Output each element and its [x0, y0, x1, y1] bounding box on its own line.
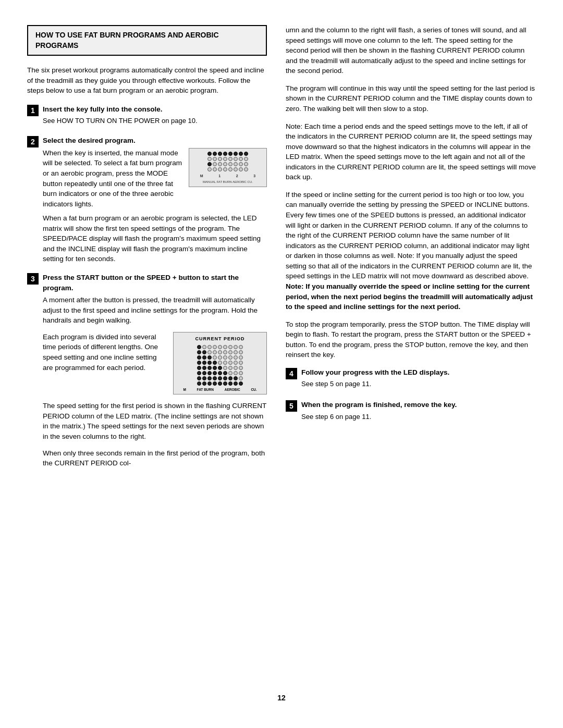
step-3-content: Press the START button or the SPEED + bu…: [43, 273, 267, 475]
step-3-text1: A moment after the button is pressed, th…: [43, 295, 267, 326]
step-4-number: 4: [286, 368, 297, 379]
step-5-content: When the program is finished, remove the…: [301, 400, 536, 426]
current-period-text: Each program is divided into several tim…: [43, 332, 166, 373]
two-column-layout: HOW TO USE FAT BURN PROGRAMS AND AEROBIC…: [27, 25, 536, 680]
step-2-inner: When the key is inserted, the manual mod…: [43, 148, 267, 209]
current-period-matrix: CURRENT PERIOD: [173, 332, 267, 394]
step-1-title: Insert the key fully into the console.: [43, 104, 267, 115]
step-2: 2 Select the desired program. When the k…: [27, 135, 267, 267]
step-3: 3 Press the START button or the SPEED + …: [27, 273, 267, 475]
cp-title: CURRENT PERIOD: [177, 336, 263, 342]
step-5: 5 When the program is finished, remove t…: [286, 400, 536, 426]
led-matrix-small: M123 MANUAL FAT BURN AEROBIC CU.: [189, 148, 267, 187]
step-2-number: 2: [27, 136, 39, 147]
step-4-title: Follow your progress with the LED displa…: [301, 367, 536, 378]
step-3-title: Press the START button or the SPEED + bu…: [43, 273, 267, 293]
header-box: HOW TO USE FAT BURN PROGRAMS AND AEROBIC…: [27, 25, 267, 56]
page-number: 12: [27, 693, 536, 703]
page: HOW TO USE FAT BURN PROGRAMS AND AEROBIC…: [0, 0, 563, 728]
intro-text: The six preset workout programs automati…: [27, 65, 267, 96]
led-matrix-labels: M123: [191, 174, 264, 179]
step-5-title: When the program is finished, remove the…: [301, 400, 536, 410]
right-para2: The program will continue in this way un…: [286, 83, 536, 114]
cp-matrix-labels: MFAT BURNAEROBICCU.: [177, 387, 263, 392]
step-2-text1: When the key is inserted, the manual mod…: [43, 148, 182, 209]
step-2-content: Select the desired program. When the key…: [43, 135, 267, 267]
step-5-sub: See step 6 on page 11.: [301, 412, 536, 422]
right-para4-bold: Note: If you manually override the speed…: [286, 282, 533, 311]
step-1-content: Insert the key fully into the console. S…: [43, 104, 267, 130]
step-4: 4 Follow your progress with the LED disp…: [286, 367, 536, 393]
current-period-container: Each program is divided into several tim…: [43, 332, 267, 394]
left-column: HOW TO USE FAT BURN PROGRAMS AND AEROBIC…: [27, 25, 267, 680]
right-para5: To stop the program temporarily, press t…: [286, 319, 536, 360]
step-3-number: 3: [27, 273, 39, 285]
step-1-sub: See HOW TO TURN ON THE POWER on page 10.: [43, 116, 267, 126]
step-3-text2c: When only three seconds remain in the fi…: [43, 448, 267, 468]
step-5-number: 5: [286, 400, 297, 412]
step-4-sub: See step 5 on page 11.: [301, 379, 536, 389]
header-title: HOW TO USE FAT BURN PROGRAMS AND AEROBIC…: [35, 30, 259, 51]
step-1-number: 1: [27, 105, 39, 116]
led-matrix-sublabels: MANUAL FAT BURN AEROBIC CU.: [191, 180, 264, 184]
right-para4a: If the speed or incline setting for the …: [286, 190, 536, 312]
right-column: umn and the column to the right will fla…: [286, 25, 536, 680]
step-2-title: Select the desired program.: [43, 135, 267, 146]
step-1: 1 Insert the key fully into the console.…: [27, 104, 267, 130]
right-para1: umn and the column to the right will fla…: [286, 25, 536, 76]
right-para3: Note: Each time a period ends and the sp…: [286, 121, 536, 182]
step-3-text2a: Each program is divided into several tim…: [43, 333, 158, 372]
step-3-text2b: The speed setting for the first period i…: [43, 401, 267, 441]
step-4-content: Follow your progress with the LED displa…: [301, 367, 536, 393]
step-2-text2: When a fat burn program or an aerobic pr…: [43, 213, 267, 264]
